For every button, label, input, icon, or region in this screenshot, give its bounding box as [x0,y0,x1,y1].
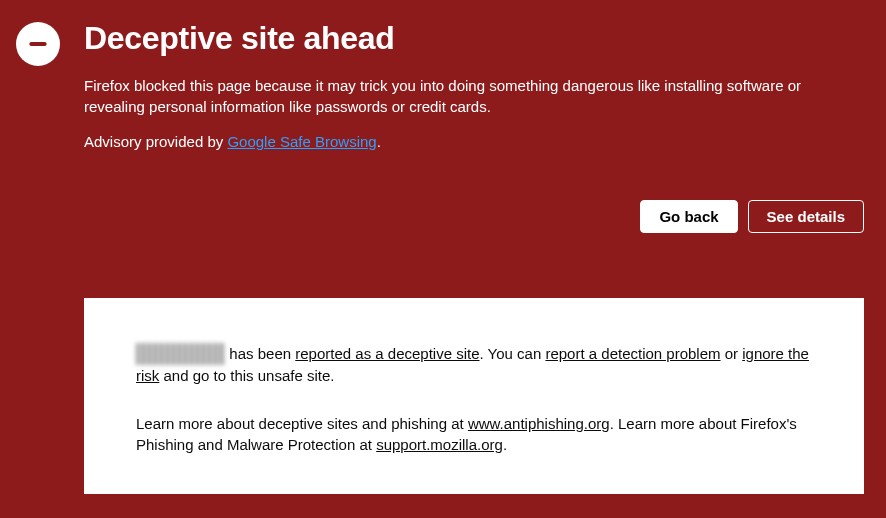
antiphishing-link[interactable]: www.antiphishing.org [468,415,610,432]
blocked-description: Firefox blocked this page because it may… [84,75,864,117]
reported-deceptive-link[interactable]: reported as a deceptive site [295,345,479,362]
warning-icon [16,22,60,66]
details-panel: ██████ ██ has been reported as a decepti… [84,298,864,494]
warning-container: Deceptive site ahead Firefox blocked thi… [0,0,886,494]
see-details-button[interactable]: See details [748,200,864,233]
details-paragraph-1: ██████ ██ has been reported as a decepti… [136,343,812,387]
content-column: Deceptive site ahead Firefox blocked thi… [84,20,864,494]
redacted-site-name: ██████ ██ [136,343,225,365]
svg-rect-0 [29,42,46,46]
advisory-link[interactable]: Google Safe Browsing [227,133,376,150]
minus-circle-icon [25,31,51,57]
advisory-prefix: Advisory provided by [84,133,227,150]
go-back-button[interactable]: Go back [640,200,737,233]
advisory-line: Advisory provided by Google Safe Browsin… [84,131,864,152]
page-title: Deceptive site ahead [84,20,864,57]
report-detection-problem-link[interactable]: report a detection problem [545,345,720,362]
header-row: Deceptive site ahead Firefox blocked thi… [16,20,864,494]
support-mozilla-link[interactable]: support.mozilla.org [376,436,503,453]
button-row: Go back See details [84,200,864,233]
details-paragraph-2: Learn more about deceptive sites and phi… [136,413,812,457]
advisory-suffix: . [377,133,381,150]
